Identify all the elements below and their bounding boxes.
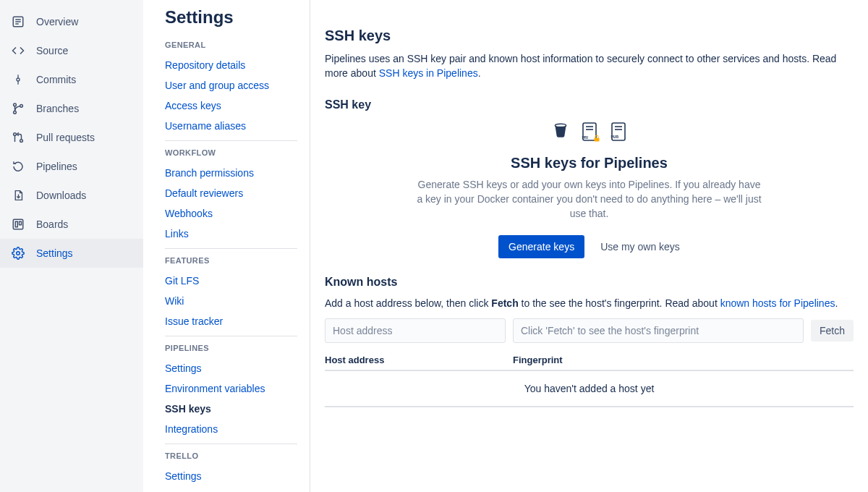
ssh-description: Pipelines uses an SSH key pair and known… bbox=[325, 51, 854, 81]
svg-rect-15 bbox=[15, 221, 17, 227]
link-git-lfs[interactable]: Git LFS bbox=[165, 271, 297, 291]
nav-overview[interactable]: Overview bbox=[0, 7, 143, 36]
nav-pipelines[interactable]: Pipelines bbox=[0, 152, 143, 181]
known-hosts-table-header: Host address Fingerprint bbox=[325, 355, 854, 371]
repo-left-nav: Overview Source Commits Branches Pull re… bbox=[0, 0, 143, 492]
link-ssh-keys[interactable]: SSH keys bbox=[165, 399, 297, 419]
nav-downloads[interactable]: Downloads bbox=[0, 181, 143, 210]
section-header-workflow: WORKFLOW bbox=[165, 148, 297, 157]
link-wiki[interactable]: Wiki bbox=[165, 291, 297, 311]
nav-label: Branches bbox=[36, 103, 79, 114]
nav-source[interactable]: Source bbox=[0, 36, 143, 65]
link-pipelines-settings[interactable]: Settings bbox=[165, 358, 297, 378]
nav-label: Pull requests bbox=[36, 132, 95, 143]
pull-requests-icon bbox=[10, 130, 26, 145]
link-webhooks[interactable]: Webhooks bbox=[165, 203, 297, 224]
private-key-icon: PRI bbox=[579, 122, 600, 142]
known-hosts-description: Add a host address below, then click Fet… bbox=[325, 296, 854, 310]
link-access-keys[interactable]: Access keys bbox=[165, 96, 297, 116]
nav-label: Commits bbox=[36, 74, 76, 85]
svg-point-18 bbox=[555, 124, 566, 127]
nav-branches[interactable]: Branches bbox=[0, 94, 143, 123]
nav-label: Source bbox=[36, 45, 68, 56]
known-hosts-heading: Known hosts bbox=[325, 276, 854, 289]
nav-settings[interactable]: Settings bbox=[0, 239, 143, 268]
fetch-button[interactable]: Fetch bbox=[811, 320, 854, 342]
link-env-variables[interactable]: Environment variables bbox=[165, 378, 297, 399]
section-header-pipelines: PIPELINES bbox=[165, 344, 297, 352]
section-header-features: FEATURES bbox=[165, 256, 297, 265]
fingerprint-display-input bbox=[513, 318, 804, 343]
nav-label: Downloads bbox=[36, 190, 86, 201]
main-content: SSH keys Pipelines uses an SSH key pair … bbox=[310, 0, 868, 492]
generate-keys-button[interactable]: Generate keys bbox=[498, 235, 584, 258]
host-address-input[interactable] bbox=[325, 318, 506, 343]
svg-point-10 bbox=[14, 133, 17, 136]
link-known-hosts-docs[interactable]: known hosts for Pipelines bbox=[720, 297, 835, 309]
link-user-group-access[interactable]: User and group access bbox=[165, 75, 297, 96]
nav-label: Overview bbox=[36, 16, 78, 27]
svg-rect-22 bbox=[594, 137, 599, 141]
link-default-reviewers[interactable]: Default reviewers bbox=[165, 183, 297, 203]
overview-icon bbox=[10, 14, 26, 30]
nav-boards[interactable]: Boards bbox=[0, 210, 143, 239]
svg-point-17 bbox=[17, 252, 20, 255]
svg-point-11 bbox=[20, 140, 23, 143]
ssh-key-subheading: SSH key bbox=[325, 98, 854, 111]
svg-rect-16 bbox=[20, 221, 22, 225]
svg-point-7 bbox=[14, 103, 17, 106]
public-key-icon: PUB bbox=[608, 122, 629, 142]
ssh-promo-block: PRI PUB SSH keys for Pipelines Generate … bbox=[325, 122, 854, 259]
svg-point-9 bbox=[20, 104, 23, 107]
empty-hosts-message: You haven't added a host yet bbox=[325, 371, 854, 407]
use-own-keys-button[interactable]: Use my own keys bbox=[600, 241, 680, 253]
col-host-address: Host address bbox=[325, 355, 513, 365]
link-trello-settings[interactable]: Settings bbox=[165, 466, 297, 486]
link-ssh-keys-docs[interactable]: SSH keys in Pipelines bbox=[379, 67, 478, 79]
link-links[interactable]: Links bbox=[165, 224, 297, 244]
boards-icon bbox=[10, 216, 26, 232]
link-repository-details[interactable]: Repository details bbox=[165, 55, 297, 75]
nav-label: Pipelines bbox=[36, 161, 77, 172]
link-username-aliases[interactable]: Username aliases bbox=[165, 116, 297, 136]
pipelines-icon bbox=[10, 158, 26, 174]
page-heading: SSH keys bbox=[325, 27, 854, 44]
promo-text: Generate SSH keys or add your own keys i… bbox=[416, 177, 763, 221]
nav-label: Settings bbox=[36, 247, 73, 259]
promo-title: SSH keys for Pipelines bbox=[325, 155, 854, 171]
link-integrations[interactable]: Integrations bbox=[165, 419, 297, 439]
settings-title: Settings bbox=[165, 7, 297, 27]
col-fingerprint: Fingerprint bbox=[513, 355, 563, 365]
link-issue-tracker[interactable]: Issue tracker bbox=[165, 311, 297, 331]
section-header-general: GENERAL bbox=[165, 41, 297, 49]
commits-icon bbox=[10, 72, 26, 88]
nav-commits[interactable]: Commits bbox=[0, 65, 143, 94]
branches-icon bbox=[10, 101, 26, 116]
link-branch-permissions[interactable]: Branch permissions bbox=[165, 163, 297, 183]
bucket-icon bbox=[550, 122, 571, 142]
settings-icon bbox=[10, 245, 26, 261]
source-icon bbox=[10, 43, 26, 59]
nav-label: Boards bbox=[36, 219, 68, 230]
settings-sidebar: Settings GENERAL Repository details User… bbox=[143, 0, 310, 492]
downloads-icon bbox=[10, 187, 26, 203]
svg-point-4 bbox=[17, 78, 20, 81]
section-header-trello: TRELLO bbox=[165, 451, 297, 460]
promo-icons: PRI PUB bbox=[325, 122, 854, 142]
nav-pull-requests[interactable]: Pull requests bbox=[0, 123, 143, 152]
svg-point-8 bbox=[14, 111, 17, 114]
